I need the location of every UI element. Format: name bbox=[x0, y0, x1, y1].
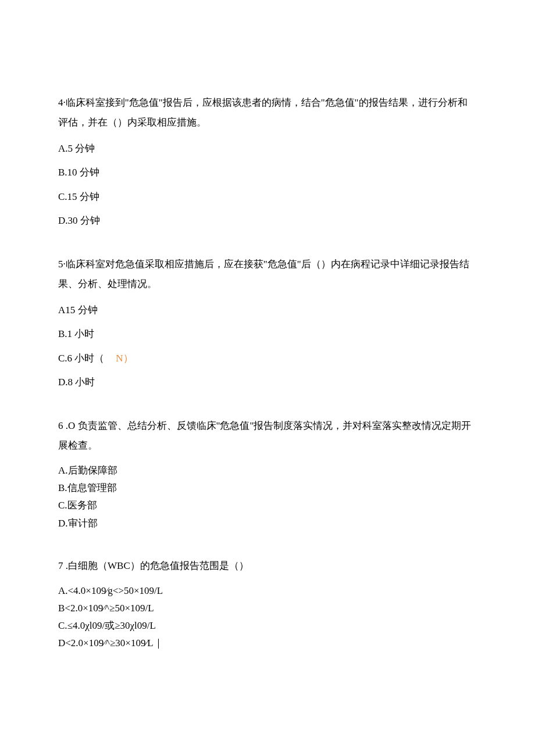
option-c: C.15 分钟 bbox=[58, 188, 477, 206]
option-a: A15 分钟 bbox=[58, 301, 477, 320]
question-text: 6 .O 负责监管、总结分析、反馈临床"危急值"报告制度落实情况，并对科室落实整… bbox=[58, 416, 477, 456]
question-7: 7 .白细胞（WBC）的危急值报告范围是（） A.<4.0×109⁄g<>50×… bbox=[58, 556, 477, 651]
option-a: A.5 分钟 bbox=[58, 139, 477, 158]
option-b: B.1 小时 bbox=[58, 325, 477, 343]
question-text: 7 .白细胞（WBC）的危急值报告范围是（） bbox=[58, 556, 477, 576]
option-label: C.6 小时（ bbox=[58, 353, 104, 364]
option-d: D.30 分钟 bbox=[58, 212, 477, 230]
question-6: 6 .O 负责监管、总结分析、反馈临床"危急值"报告制度落实情况，并对科室落实整… bbox=[58, 416, 477, 531]
option-b: B<2.0×109⁄^≥50×109/L bbox=[58, 600, 477, 617]
option-c: C.≤4.0χl09/或≥30χl09/L bbox=[58, 618, 477, 634]
option-a: A.后勤保障部 bbox=[58, 463, 477, 479]
option-c: C.医务部 bbox=[58, 497, 477, 514]
question-text: 4·临床科室接到"危急值"报告后，应根据该患者的病情，结合"危急值"的报告结果，… bbox=[58, 93, 477, 132]
option-b: B.10 分钟 bbox=[58, 163, 477, 182]
option-d: D<2.0×109⁄^≥30×109⁄L｜ bbox=[58, 635, 477, 651]
document-page: 4·临床科室接到"危急值"报告后，应根据该患者的病情，结合"危急值"的报告结果，… bbox=[0, 0, 535, 722]
option-b: B.信息管理部 bbox=[58, 480, 477, 496]
question-5: 5·临床科室对危急值采取相应措施后，应在接获"危急值"后（）内在病程记录中详细记… bbox=[58, 255, 477, 392]
option-c: C.6 小时（N） bbox=[58, 349, 477, 368]
question-4: 4·临床科室接到"危急值"报告后，应根据该患者的病情，结合"危急值"的报告结果，… bbox=[58, 93, 477, 230]
option-d: D.审计部 bbox=[58, 515, 477, 532]
option-a: A.<4.0×109⁄g<>50×109/L bbox=[58, 583, 477, 599]
question-text: 5·临床科室对危急值采取相应措施后，应在接获"危急值"后（）内在病程记录中详细记… bbox=[58, 255, 477, 294]
option-d: D.8 小时 bbox=[58, 373, 477, 392]
answer-mark: N） bbox=[116, 353, 133, 364]
